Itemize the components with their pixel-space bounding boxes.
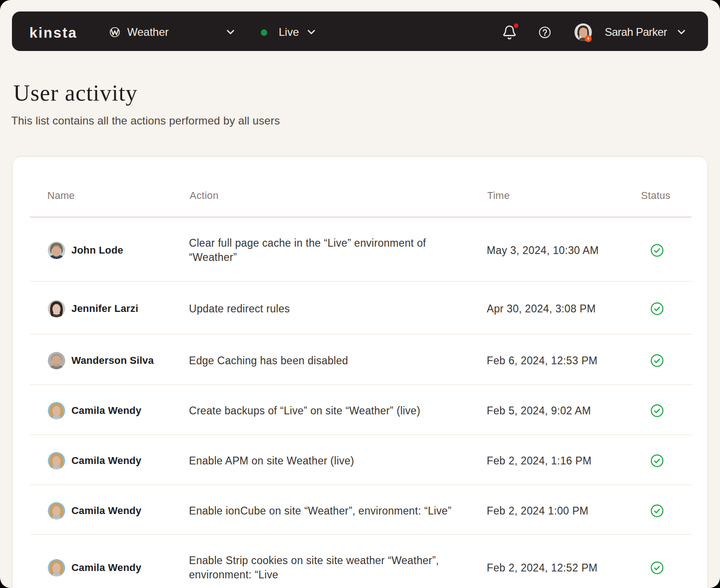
svg-text:kinsta: kinsta xyxy=(29,25,78,40)
